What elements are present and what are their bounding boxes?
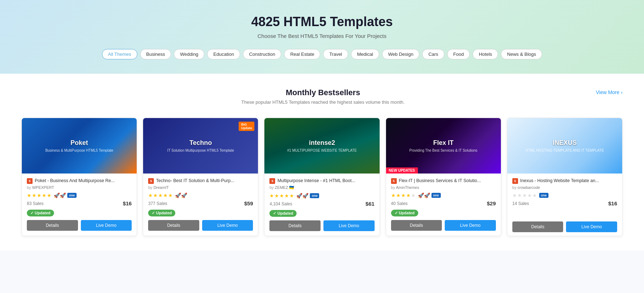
sales-count: 4,104 Sales [269,201,292,206]
card-img-title: INEXUS [553,139,577,147]
star-4: ★ [527,192,532,198]
star-5: ★ [411,192,416,198]
filter-tag-all-themes[interactable]: All Themes [102,49,137,59]
card-title: Techno- Best IT Solution & Multi-Purp... [156,178,253,184]
card-img-title: intense2 [309,139,335,147]
live-demo-button[interactable]: Live Demo [566,221,617,232]
section-header: Monthly Bestsellers These popular HTML5 … [21,88,623,115]
details-button[interactable]: Details [269,220,321,231]
filter-tag-wedding[interactable]: Wedding [174,49,204,59]
star-2: ★ [32,192,36,198]
card-item-0: Poket Business & MultiPurpose HTML5 Temp… [21,118,137,236]
filter-tag-web-design[interactable]: Web Design [382,49,420,59]
sales-price-row: 4,104 Sales $61 [269,201,374,207]
card-img-title: Poket [70,139,88,147]
sales-count: 83 Sales [27,201,44,206]
filter-tag-construction[interactable]: Construction [243,49,281,59]
sales-price-row: 40 Sales $29 [391,200,496,206]
filter-tag-medical[interactable]: Medical [351,49,379,59]
updated-badge: ✓ Updated [269,210,297,217]
card-buttons: Details Live Demo [512,221,617,232]
live-demo-button[interactable]: Live Demo [81,220,132,231]
details-button[interactable]: Details [391,220,442,231]
filter-tag-cars[interactable]: Cars [422,49,444,59]
star-4: ★ [284,193,289,199]
badges-row: 🚀🚀 [175,192,187,198]
card-thumbnail: intense2 #1 MULTIPURPOSE WEBSITE TEMPLAT… [264,118,379,174]
card-title-row: 5 Flex-IT | Business Services & IT Solut… [391,178,496,184]
star-1: ★ [512,192,517,198]
sales-count: 40 Sales [391,201,408,206]
star-1: ★ [148,192,153,198]
stars-container: ★★★★★ [391,192,416,198]
price: $29 [487,200,496,206]
html5-icon: 5 [391,178,397,184]
star-4: ★ [406,192,411,198]
card-author: by WPEXPERT [27,185,132,190]
details-button[interactable]: Details [27,220,78,231]
page-subtitle: Choose The Best HTML5 Templates For Your… [7,33,637,39]
star-2: ★ [517,192,522,198]
card-thumbnail: Poket Business & MultiPurpose HTML5 Temp… [22,118,137,174]
card-title: Poket - Business And Multipurpose Re... [35,178,132,184]
badges-row: one [539,193,548,198]
star-2: ★ [153,192,158,198]
details-button[interactable]: Details [148,220,199,231]
filter-tag-education[interactable]: Education [207,49,240,59]
card-img-subtitle: #1 MULTIPURPOSE WEBSITE TEMPLATE [287,148,357,152]
card-title-row: 5 Techno- Best IT Solution & Multi-Purp.… [148,178,253,184]
html5-icon: 5 [27,178,33,184]
card-title: Multipurpose Intense - #1 HTML Boot... [277,178,374,184]
star-5: ★ [168,192,173,198]
card-buttons: Details Live Demo [27,220,132,231]
card-author: by DreamIT [148,185,253,190]
star-3: ★ [401,192,406,198]
card-body: 5 Poket - Business And Multipurpose Re..… [22,174,137,234]
filter-tag-travel[interactable]: Travel [323,49,348,59]
stars-row: ★★★★★ 🚀🚀 [148,192,253,198]
star-1: ★ [27,192,31,198]
rocket-badge: 🚀🚀 [54,192,66,198]
one-badge: one [431,193,441,198]
cards-grid: Poket Business & MultiPurpose HTML5 Temp… [21,118,623,236]
star-2: ★ [274,193,279,199]
card-item-4: INEXUS HTML HOSTING TEMPLATE AND IT TEMP… [507,118,623,236]
stars-row: ★★★★★ 🚀🚀one [27,192,132,198]
details-button[interactable]: Details [512,221,564,232]
html5-icon: 5 [148,178,154,184]
card-title-row: 5 Poket - Business And Multipurpose Re..… [27,178,132,184]
card-thumbnail: INEXUS HTML HOSTING TEMPLATE AND IT TEMP… [507,118,622,174]
live-demo-button[interactable]: Live Demo [445,220,496,231]
price: $16 [123,200,132,206]
price: $16 [608,200,617,206]
sales-count: 377 Sales [148,201,167,206]
live-demo-button[interactable]: Live Demo [323,220,375,231]
badges-row: 🚀🚀one [54,192,77,198]
star-5: ★ [47,192,52,198]
rocket-badge: 🚀🚀 [296,193,308,199]
updated-badge: ✓ Updated [391,210,418,216]
card-img-subtitle: IT Solution Multipurpose HTML5 Template [167,148,234,152]
filter-tag-food[interactable]: Food [447,49,470,59]
card-item-2: intense2 #1 MULTIPURPOSE WEBSITE TEMPLAT… [264,118,380,236]
section-title: Monthly Bestsellers [50,88,596,97]
filter-tag-hotels[interactable]: Hotels [473,49,498,59]
card-img-title: Flex IT [433,139,454,147]
filter-tag-real-estate[interactable]: Real Estate [284,49,320,59]
view-more-link[interactable]: View More › [596,89,623,95]
filter-tag-business[interactable]: Business [140,49,171,59]
html5-icon: 5 [512,178,518,184]
stars-row: ★★★★★ one [512,192,617,198]
stars-row: ★★★★★ 🚀🚀one [391,192,496,198]
filter-tag-news-and-blogs[interactable]: News & Blogs [501,49,542,59]
star-3: ★ [522,192,527,198]
card-buttons: Details Live Demo [269,220,374,231]
card-body: 5 Flex-IT | Business Services & IT Solut… [386,174,501,234]
live-demo-button[interactable]: Live Demo [202,220,253,231]
card-thumbnail: Flex IT Providing The Best Services & IT… [386,118,501,174]
rocket-badge: 🚀🚀 [175,192,187,198]
card-body: 5 Techno- Best IT Solution & Multi-Purp.… [143,174,258,234]
price: $59 [244,200,253,206]
star-3: ★ [37,192,42,198]
section-title-area: Monthly Bestsellers These popular HTML5 … [50,88,596,115]
